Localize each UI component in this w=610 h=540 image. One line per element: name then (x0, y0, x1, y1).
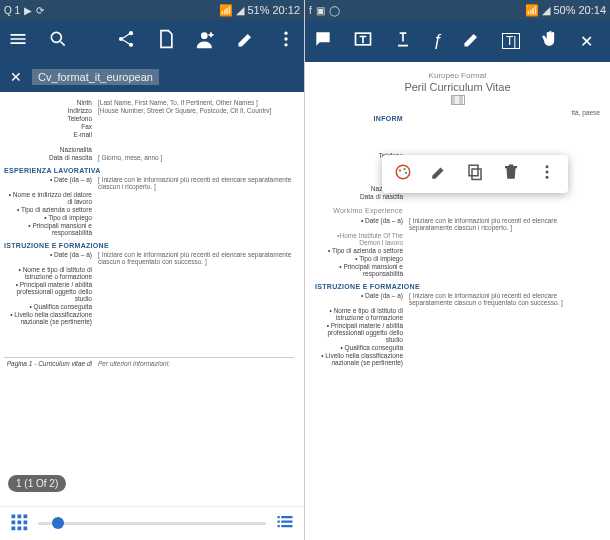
status-app-text: Q 1 (4, 5, 20, 16)
edu-date-label: • Date (da – a) (4, 251, 92, 265)
svg-point-5 (284, 32, 287, 35)
left-screen: Q 1 ▶ ⟳ 📶 ◢ 51% 20:12 ✕ Cv_format_it_eur… (0, 0, 305, 540)
doc-title-2: Peril Curriculum Vitae (315, 81, 600, 93)
svg-rect-14 (12, 526, 16, 530)
label-email: E-mail (4, 131, 92, 138)
slider-thumb[interactable] (52, 517, 64, 529)
main-toolbar (0, 20, 304, 62)
svg-point-28 (399, 169, 401, 171)
work-item: •Home Institute Of The Demon i lavoro (315, 232, 403, 246)
svg-rect-16 (24, 526, 28, 530)
hint-address: [House Number, Street Or Square, Postcod… (98, 107, 294, 114)
flag-icon (451, 95, 465, 105)
signature-icon[interactable]: ƒ (433, 32, 442, 50)
edu-item: • Principali materie / abilità professio… (4, 281, 92, 302)
file-icon[interactable] (156, 29, 176, 53)
work-date-label: • Date (da – a) (4, 176, 92, 190)
facebook-icon: f (309, 5, 312, 16)
svg-rect-13 (24, 520, 28, 524)
close-icon[interactable]: ✕ (580, 32, 593, 51)
edu-item: • Qualifica conseguita (315, 344, 403, 351)
svg-point-1 (129, 31, 133, 35)
svg-rect-22 (281, 525, 292, 527)
tab-name[interactable]: Cv_format_it_european (32, 69, 159, 85)
label-phone: Telefono (4, 115, 92, 122)
add-user-icon[interactable] (196, 29, 216, 53)
page-indicator: 1 (1 Of 2) (8, 475, 66, 492)
work-hint: [ Iniziare con le informazioni più recen… (98, 176, 294, 190)
search-icon[interactable] (48, 29, 68, 53)
work-item: • Tipo di azienda o settore (315, 247, 403, 254)
edu-item: • Livello nella classificazione nazional… (315, 352, 403, 366)
edu-item: • Livello nella classificazione nazional… (4, 311, 92, 325)
svg-rect-10 (24, 514, 28, 518)
svg-point-2 (119, 37, 123, 41)
work-item: • Tipo di impiego (315, 255, 403, 262)
circle-icon: ◯ (329, 5, 340, 16)
document-viewport[interactable]: Ninth[Last Name, First Name, To, If Pert… (0, 92, 304, 506)
menu-icon[interactable] (8, 29, 28, 53)
svg-point-0 (51, 32, 61, 42)
more-icon[interactable] (538, 163, 556, 185)
document-viewport[interactable]: Kuropeo Format Peril Curriculum Vitae IN… (305, 62, 610, 540)
color-palette-icon[interactable] (394, 163, 412, 185)
refresh-icon: ⟳ (36, 5, 44, 16)
doc-title-1: Kuropeo Format (315, 72, 600, 81)
note-icon[interactable] (313, 29, 333, 53)
edu-date-label: • Date (da – a) (315, 292, 403, 306)
svg-rect-8 (12, 514, 16, 518)
svg-rect-18 (281, 516, 292, 518)
page-slider[interactable] (38, 522, 266, 525)
svg-point-27 (396, 165, 410, 179)
draw-icon[interactable] (462, 29, 482, 53)
label-nationality: Nazionalità (4, 146, 92, 153)
edu-item: • Principali materie / abilità professio… (315, 322, 403, 343)
svg-rect-31 (472, 169, 481, 180)
section-edu-heading: ISTRUZIONE E FORMAZIONE (315, 283, 600, 290)
status-bar: Q 1 ▶ ⟳ 📶 ◢ 51% 20:12 (0, 0, 304, 20)
pan-hand-icon[interactable] (540, 29, 560, 53)
section-work-heading: ESPERIENZA LAVORATIVA (4, 167, 294, 174)
text-type-icon[interactable]: T| (502, 33, 520, 49)
label-birthdate: Data di nascita (4, 154, 92, 161)
tab-bar: ✕ Cv_format_it_european (0, 62, 304, 92)
work-item: • Nome e indirizzo del datore di lavoro (4, 191, 92, 205)
svg-rect-21 (278, 525, 280, 527)
svg-point-7 (284, 43, 287, 46)
grid-icon[interactable] (10, 513, 28, 535)
label-fax: Fax (4, 123, 92, 130)
close-tab-icon[interactable]: ✕ (10, 69, 22, 85)
edit-icon[interactable] (236, 29, 256, 53)
signal-icon: ◢ (236, 4, 244, 17)
svg-point-33 (546, 165, 549, 168)
list-icon[interactable] (276, 513, 294, 535)
edu-hint: [ Iniziare con le informazioni più recen… (409, 292, 600, 306)
svg-rect-20 (281, 520, 292, 522)
svg-point-30 (405, 172, 407, 174)
hint-name: [Last Name, First Name, To, If Pertinent… (98, 99, 294, 106)
hint-birth: [ Giorno, mese, anno ] (98, 154, 294, 161)
svg-point-35 (546, 176, 549, 179)
more-icon[interactable] (276, 29, 296, 53)
edit-icon[interactable] (430, 163, 448, 185)
label-birthdate: Data di nascita (315, 193, 403, 200)
copy-icon[interactable] (466, 163, 484, 185)
footer-left: Pagina 1 - Curriculum vitae di (4, 360, 92, 367)
share-icon[interactable] (116, 29, 136, 53)
svg-point-6 (284, 37, 287, 40)
text-underline-icon[interactable] (393, 29, 413, 53)
svg-rect-32 (469, 165, 478, 176)
battery-text: 50% (553, 4, 575, 16)
edu-item: • Nome e tipo di istituto di istruzione … (4, 266, 92, 280)
status-bar: f ▣ ◯ 📶 ◢ 50% 20:14 (305, 0, 610, 20)
bottom-bar (0, 506, 304, 540)
label-address: Indirizzo (4, 107, 92, 114)
annotation-toolbar: ƒ T| ✕ (305, 20, 610, 62)
edu-item: • Qualifica conseguita (4, 303, 92, 310)
work-item: • Principali mansioni e responsabilità (315, 263, 403, 277)
edu-hint: [ Iniziare con le informazioni più recen… (98, 251, 294, 265)
svg-rect-17 (278, 516, 280, 518)
text-box-icon[interactable] (353, 29, 373, 53)
svg-point-4 (201, 32, 208, 39)
delete-icon[interactable] (502, 163, 520, 185)
